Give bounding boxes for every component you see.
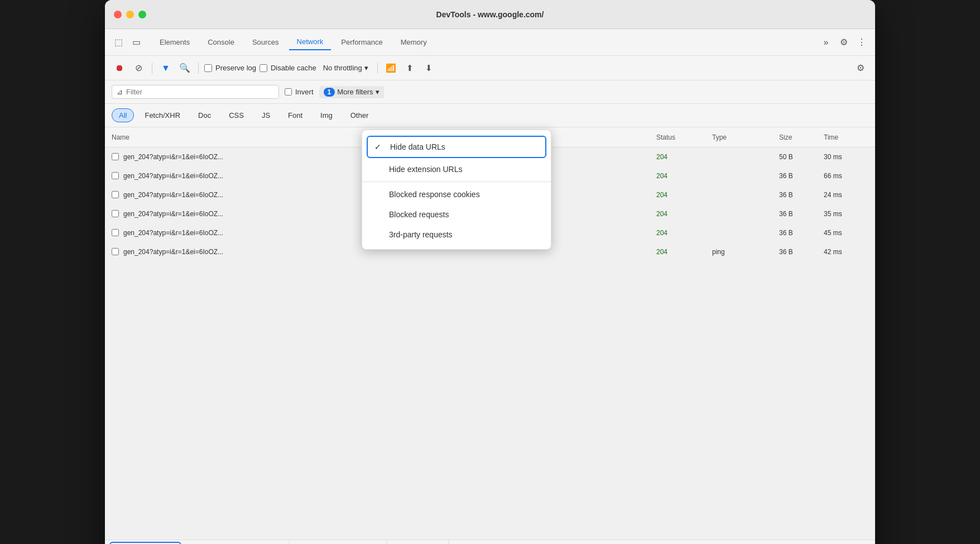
col-header-size: Size	[779, 133, 824, 141]
col-header-status: Status	[656, 133, 712, 141]
cell-type-5: ping	[712, 248, 779, 256]
row-checkbox-0[interactable]	[112, 153, 119, 160]
tab-bar-icons: ⬚ ▭	[112, 36, 143, 49]
throttling-select[interactable]: No throttling ▾	[320, 62, 372, 74]
filter-3rd-party-requests[interactable]: ✓ 3rd-party requests	[362, 225, 551, 245]
close-button[interactable]	[114, 11, 122, 18]
minimize-button[interactable]	[126, 11, 134, 18]
filter-bar: ⊿ Invert 1 More filters ▾	[105, 80, 875, 104]
preserve-log-label: Preserve log	[215, 64, 256, 72]
maximize-button[interactable]	[138, 11, 146, 18]
tab-elements[interactable]: Elements	[152, 35, 198, 50]
cell-time-1: 66 ms	[824, 172, 868, 180]
tab-sources[interactable]: Sources	[244, 35, 287, 50]
cell-size-3: 36 B	[779, 210, 824, 218]
cell-size-0: 50 B	[779, 153, 824, 161]
toolbar: ⏺ ⊘ ▼ 🔍 Preserve log Disable cache No th…	[105, 56, 875, 80]
more-options-icon[interactable]: ⋮	[855, 36, 868, 49]
tab-console[interactable]: Console	[200, 35, 242, 50]
status-finish: Finish: 1.8 min	[387, 540, 449, 544]
more-filters-label: More filters	[337, 88, 373, 96]
filter-input-wrap: ⊿	[112, 85, 279, 99]
status-bar: 36 / 37 requests 77.6 kB / 77.6 kB trans…	[105, 540, 875, 544]
cell-time-3: 35 ms	[824, 210, 868, 218]
filter-hide-extension-urls[interactable]: ✓ Hide extension URLs	[362, 159, 551, 179]
invert-group: Invert	[285, 88, 314, 96]
cursor-icon[interactable]: ⬚	[112, 36, 125, 49]
filter-blocked-requests-label: Blocked requests	[389, 210, 449, 219]
preserve-log-checkbox[interactable]	[204, 64, 212, 72]
throttling-label: No throttling	[323, 64, 362, 72]
cell-status-4: 204	[656, 229, 712, 237]
clear-button[interactable]: ⊘	[131, 60, 146, 76]
cell-status-1: 204	[656, 172, 712, 180]
cell-time-2: 24 ms	[824, 191, 868, 199]
row-checkbox-2[interactable]	[112, 191, 119, 198]
filter-icon[interactable]: ▼	[158, 60, 174, 76]
cell-time-0: 30 ms	[824, 153, 868, 161]
row-checkbox-4[interactable]	[112, 229, 119, 236]
filter-input[interactable]	[126, 88, 274, 96]
settings-icon[interactable]: ⚙	[853, 60, 868, 76]
wifi-icon[interactable]: 📶	[383, 60, 399, 76]
title-bar: DevTools - www.google.com/	[105, 0, 875, 29]
search-icon[interactable]: 🔍	[177, 60, 193, 76]
cell-time-5: 42 ms	[824, 248, 868, 256]
more-filters-dropdown: ✓ Hide data URLs ✓ Hide extension URLs ✓…	[362, 130, 551, 250]
row-checkbox-5[interactable]	[112, 248, 119, 255]
cell-status-2: 204	[656, 191, 712, 199]
type-filter-doc[interactable]: Doc	[191, 108, 218, 122]
more-filters-chevron-icon: ▾	[376, 88, 379, 96]
type-filter-fetchxhr[interactable]: Fetch/XHR	[137, 108, 188, 122]
type-filter-all[interactable]: All	[112, 108, 134, 122]
dropdown-separator-1	[362, 182, 551, 182]
cell-size-2: 36 B	[779, 191, 824, 199]
type-filter-bar: All Fetch/XHR Doc CSS JS Font Img Other …	[105, 104, 875, 127]
cell-time-4: 45 ms	[824, 229, 868, 237]
traffic-lights	[114, 11, 146, 18]
status-requests: 36 / 37 requests	[109, 542, 181, 544]
cell-size-4: 36 B	[779, 229, 824, 237]
toolbar-separator-1	[152, 63, 152, 74]
tab-network[interactable]: Network	[289, 34, 332, 50]
tab-bar-right: » ⚙ ⋮	[819, 36, 868, 49]
toolbar-separator-2	[198, 63, 199, 74]
settings-gear-icon[interactable]: ⚙	[837, 36, 851, 49]
upload-icon[interactable]: ⬆	[402, 60, 418, 76]
type-filter-img[interactable]: Img	[313, 108, 340, 122]
row-checkbox-1[interactable]	[112, 172, 119, 179]
toolbar-separator-3	[377, 63, 378, 74]
filter-blocked-response-cookies-label: Blocked response cookies	[389, 190, 480, 199]
tab-performance[interactable]: Performance	[333, 35, 390, 50]
filter-blocked-requests[interactable]: ✓ Blocked requests	[362, 204, 551, 225]
device-icon[interactable]: ▭	[129, 36, 143, 49]
cell-size-1: 36 B	[779, 172, 824, 180]
download-icon[interactable]: ⬇	[421, 60, 437, 76]
disable-cache-group: Disable cache	[260, 64, 316, 72]
type-filter-font[interactable]: Font	[281, 108, 310, 122]
type-filter-other[interactable]: Other	[343, 108, 376, 122]
stop-recording-button[interactable]: ⏺	[112, 60, 127, 76]
invert-checkbox[interactable]	[285, 88, 292, 96]
more-tabs-icon[interactable]: »	[819, 36, 833, 49]
status-transferred: 77.6 kB / 77.6 kB transferred	[186, 540, 290, 544]
tab-memory[interactable]: Memory	[393, 35, 435, 50]
invert-label: Invert	[295, 88, 314, 96]
filter-hide-data-urls-label: Hide data URLs	[390, 142, 445, 151]
tab-bar: ⬚ ▭ Elements Console Sources Network Per…	[105, 29, 875, 56]
type-filter-css[interactable]: CSS	[222, 108, 251, 122]
status-resources: 2.2 MB / 2.2 MB resources	[290, 540, 387, 544]
more-filters-button[interactable]: 1 More filters ▾	[319, 86, 384, 98]
filter-hide-extension-urls-label: Hide extension URLs	[389, 165, 463, 174]
cell-size-5: 36 B	[779, 248, 824, 256]
more-filters-badge: 1	[324, 88, 335, 97]
filter-hide-data-urls[interactable]: ✓ Hide data URLs	[367, 136, 546, 158]
type-filter-js[interactable]: JS	[254, 108, 277, 122]
window-title: DevTools - www.google.com/	[436, 10, 544, 19]
row-checkbox-3[interactable]	[112, 210, 119, 217]
disable-cache-checkbox[interactable]	[260, 64, 267, 72]
col-header-type: Type	[712, 133, 779, 141]
filter-blocked-response-cookies[interactable]: ✓ Blocked response cookies	[362, 184, 551, 204]
checkmark-icon: ✓	[374, 142, 383, 151]
devtools-window: DevTools - www.google.com/ ⬚ ▭ Elements …	[105, 0, 875, 544]
